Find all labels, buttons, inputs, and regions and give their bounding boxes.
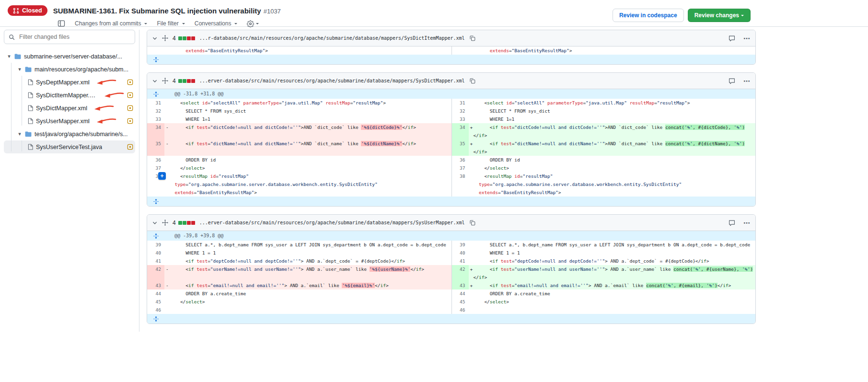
- diff-row: 40 WHERE 1 = 140 WHERE 1 = 1: [147, 249, 755, 257]
- review-changes-button[interactable]: Review changes: [688, 9, 751, 22]
- expand-hunk-unfold-icon[interactable]: [147, 231, 164, 241]
- line-number-new[interactable]: 43: [451, 281, 469, 289]
- tree-file-item[interactable]: SysUserMapper.xml: [4, 115, 135, 127]
- unfold-icon[interactable]: [147, 197, 164, 206]
- chevron-down-icon[interactable]: ▾: [17, 131, 22, 137]
- copy-path-icon[interactable]: [469, 35, 475, 41]
- kebab-menu-icon[interactable]: ⋯: [743, 79, 751, 83]
- diff-settings-dropdown[interactable]: [247, 20, 259, 27]
- code-cell: [164, 306, 451, 314]
- code-line: + <if test="dictName!=null and dictName!…: [469, 139, 754, 148]
- review-in-codespace-button[interactable]: Review in codespace: [613, 9, 684, 22]
- tree-folder-item[interactable]: ▾test/java/org/apache/submarine/s...: [4, 127, 135, 140]
- code-cell: WHERE 1 = 1: [164, 249, 451, 257]
- commits-range-value: all commits: [112, 20, 141, 27]
- drag-handle-icon[interactable]: [162, 220, 168, 226]
- tree-folder-item[interactable]: ▾main/resources/org/apache/subm...: [4, 63, 135, 76]
- collapse-file-chevron-icon[interactable]: [152, 78, 158, 84]
- tree-file-item[interactable]: SysUserServiceTest.java: [4, 140, 135, 153]
- kebab-menu-icon[interactable]: ⋯: [743, 220, 751, 225]
- line-number-old[interactable]: 45: [147, 298, 164, 306]
- copy-path-icon[interactable]: [469, 78, 475, 84]
- file-tree-sidebar: ▾submarine-server/server-database/...▾ma…: [4, 30, 139, 332]
- code-cell: SELECT a.*, b.dept_name FROM sys_user a …: [469, 241, 756, 249]
- kebab-menu-icon[interactable]: ⋯: [743, 36, 751, 41]
- diffstat-square-add: [183, 221, 186, 225]
- collapse-file-chevron-icon[interactable]: [152, 35, 158, 41]
- diff-row: 45 </select>45 </select>: [147, 298, 755, 306]
- comment-icon[interactable]: [729, 35, 735, 42]
- line-number-old[interactable]: 35: [147, 139, 164, 156]
- word-diff-highlight: concat('%', #{email}, '%'): [646, 283, 718, 288]
- line-number-old[interactable]: 42: [147, 265, 164, 281]
- line-number-new[interactable]: 37: [451, 164, 469, 172]
- code-line: type="org.apache.submarine.server.databa…: [164, 180, 450, 188]
- line-number-old[interactable]: 46: [147, 306, 164, 314]
- collapse-file-chevron-icon[interactable]: [152, 220, 158, 226]
- changes-from-dropdown[interactable]: Changes from all commits: [75, 20, 147, 27]
- diff-sign: -: [164, 123, 169, 131]
- comment-icon[interactable]: [729, 78, 735, 84]
- line-number-new[interactable]: 33: [451, 115, 469, 123]
- line-number-new[interactable]: [451, 46, 469, 55]
- tree-folder-item[interactable]: ▾submarine-server/server-database/...: [4, 50, 135, 63]
- line-number-old[interactable]: 36: [147, 156, 164, 164]
- line-number-old[interactable]: [147, 46, 164, 55]
- line-number-new[interactable]: 34: [451, 123, 469, 139]
- line-number-old[interactable]: 31: [147, 99, 164, 107]
- diff-row: 37 </select>37 </select>: [147, 164, 755, 172]
- line-number-new[interactable]: 46: [451, 306, 469, 314]
- line-number-new[interactable]: 41: [451, 257, 469, 265]
- line-number-old[interactable]: 32: [147, 107, 164, 115]
- line-number-new[interactable]: 44: [451, 289, 469, 298]
- unfold-icon[interactable]: [147, 55, 164, 64]
- line-number-old[interactable]: 43: [147, 281, 164, 289]
- file-tree-toggle[interactable]: [58, 20, 65, 27]
- line-number-old[interactable]: 41: [147, 257, 164, 265]
- diff-row: 43- <if test="email!=null and email!=''"…: [147, 281, 755, 289]
- line-number-new[interactable]: 32: [451, 107, 469, 115]
- chevron-down-icon[interactable]: ▾: [7, 53, 12, 59]
- tree-file-item[interactable]: SysDictMapper.xml: [4, 102, 135, 115]
- pr-status-label: Closed: [22, 7, 42, 14]
- file-path: ...erver-database/src/main/resources/org…: [199, 220, 465, 225]
- tree-file-item[interactable]: SysDictItemMapper.xml: [4, 89, 135, 102]
- line-number-new[interactable]: 31: [451, 99, 469, 107]
- code-line: </select>: [469, 298, 754, 306]
- annotation-arrow: [95, 79, 116, 86]
- line-number-new[interactable]: 38: [451, 172, 469, 197]
- add-comment-plus-button[interactable]: +: [158, 172, 166, 180]
- drag-handle-icon[interactable]: [162, 35, 168, 41]
- line-number-old[interactable]: 33: [147, 115, 164, 123]
- tree-file-item[interactable]: SysDeptMapper.xml: [4, 76, 135, 89]
- line-number-old[interactable]: 40: [147, 249, 164, 257]
- copy-path-icon[interactable]: [469, 220, 475, 226]
- expand-hunk-unfold-icon[interactable]: [147, 89, 164, 99]
- comment-icon[interactable]: [729, 220, 735, 226]
- line-number-new[interactable]: 45: [451, 298, 469, 306]
- line-number-new[interactable]: 36: [451, 156, 469, 164]
- line-number-new[interactable]: 39: [451, 241, 469, 249]
- line-number-new[interactable]: 35: [451, 139, 469, 156]
- gear-icon: [247, 20, 254, 27]
- search-icon: [9, 34, 15, 40]
- file-filter-dropdown[interactable]: File filter: [157, 20, 185, 27]
- pr-title: SUBMARINE-1361. Fix Submarine SQL inject…: [53, 7, 281, 15]
- line-number-old[interactable]: 39: [147, 241, 164, 249]
- line-number-old[interactable]: 34: [147, 123, 164, 139]
- code-line: <select id="selectAll" parameterType="ja…: [469, 99, 754, 107]
- line-number-new[interactable]: 40: [451, 249, 469, 257]
- chevron-down-icon[interactable]: ▾: [17, 66, 22, 72]
- code-cell: <if test="deptCode!=null and deptCode!='…: [469, 257, 756, 265]
- line-number-old[interactable]: 37: [147, 164, 164, 172]
- drag-handle-icon[interactable]: [162, 78, 168, 84]
- tree-indent-guide: [11, 63, 12, 151]
- code-line: ORDER BY id: [164, 156, 450, 164]
- unfold-icon[interactable]: [147, 314, 164, 324]
- diff-panel: 4...r-database/src/main/resources/org/ap…: [147, 30, 756, 65]
- line-number-old[interactable]: 44: [147, 289, 164, 298]
- annotation-arrow: [95, 118, 116, 125]
- filter-changed-files-input[interactable]: [18, 33, 130, 41]
- conversations-dropdown[interactable]: Conversations: [195, 20, 238, 27]
- line-number-new[interactable]: 42: [451, 265, 469, 281]
